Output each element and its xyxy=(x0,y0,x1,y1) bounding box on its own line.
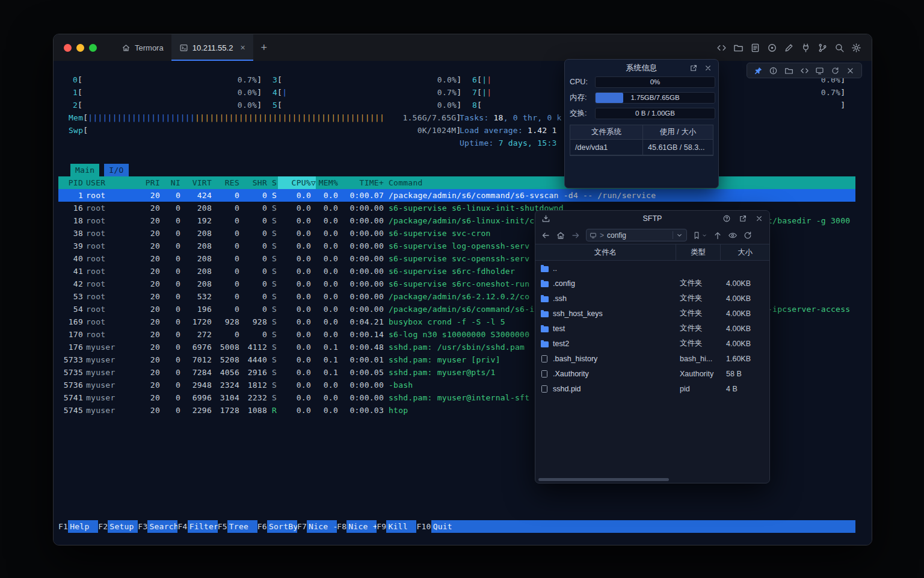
fkey-action-sortby[interactable]: SortBy xyxy=(267,520,297,533)
tab-termora[interactable]: Termora xyxy=(114,34,171,61)
file-size: 58 B xyxy=(721,370,769,378)
cpu-label: CPU: xyxy=(570,78,591,86)
file-name: .config xyxy=(553,279,575,288)
cpu-usage-row: CPU: 0% xyxy=(565,76,718,87)
refresh-button[interactable] xyxy=(743,231,753,240)
new-tab-button[interactable]: + xyxy=(253,34,276,61)
file-row[interactable]: .XauthorityXauthority58 B xyxy=(535,366,769,381)
record-icon[interactable] xyxy=(767,43,777,53)
home-button[interactable] xyxy=(556,231,565,240)
open-in-window-icon[interactable] xyxy=(689,64,698,72)
chevron-down-icon[interactable] xyxy=(673,231,683,239)
bookmark-button[interactable] xyxy=(692,231,707,240)
back-button[interactable] xyxy=(541,231,550,240)
file-name: ssh_host_keys xyxy=(553,309,603,318)
fkey-f9: F9 xyxy=(377,520,386,533)
fkey-bar-filler xyxy=(461,520,855,533)
help-icon[interactable] xyxy=(722,214,731,223)
monitor-icon[interactable] xyxy=(815,66,824,75)
function-key-bar: F1HelpF2SetupF3SearchF4FilterF5TreeF6Sor… xyxy=(58,520,855,533)
info-icon[interactable] xyxy=(769,66,778,75)
file-row[interactable]: .. xyxy=(535,261,769,276)
breadcrumb-separator: > xyxy=(600,231,604,240)
path-breadcrumb[interactable]: > config xyxy=(586,229,687,241)
code-icon[interactable] xyxy=(800,66,809,75)
fkey-action-kill[interactable]: Kill xyxy=(386,520,416,533)
code-icon[interactable] xyxy=(716,43,727,53)
plug-icon[interactable] xyxy=(801,43,811,53)
file-row[interactable]: .bash_historybash_hi...1.60KB xyxy=(535,351,769,366)
file-size: 4.00KB xyxy=(721,294,769,303)
branch-icon[interactable] xyxy=(818,43,828,53)
pin-icon[interactable] xyxy=(754,66,763,75)
fkey-action-filter[interactable]: Filter xyxy=(188,520,218,533)
close-icon[interactable] xyxy=(846,66,855,75)
folder-icon xyxy=(541,266,549,272)
swp-meter: Swp[0K/1024M] xyxy=(69,124,461,137)
fkey-f10: F10 xyxy=(416,520,431,533)
document-icon[interactable] xyxy=(750,43,760,53)
zoom-window-button[interactable] xyxy=(89,44,97,52)
fkey-action-search[interactable]: Search xyxy=(147,520,177,533)
cpu-meter-5: 5[0.0%] xyxy=(273,99,461,111)
filesystem-table-header: 文件系统 使用 / 大小 xyxy=(570,125,713,140)
fkey-f6: F6 xyxy=(257,520,267,533)
htop-tab-main[interactable]: Main xyxy=(70,164,99,176)
up-directory-button[interactable] xyxy=(713,231,722,240)
cpu-usage-bar: 0% xyxy=(595,76,715,88)
file-icon xyxy=(541,385,547,393)
minimize-window-button[interactable] xyxy=(76,44,84,52)
refresh-icon[interactable] xyxy=(831,66,840,75)
tab-ssh-session[interactable]: 10.211.55.2 × xyxy=(171,34,253,61)
fkey-f3: F3 xyxy=(138,520,147,533)
swap-label: 交换: xyxy=(570,108,591,119)
file-row[interactable]: test2文件夹4.00KB xyxy=(535,336,769,351)
fkey-action-setup[interactable]: Setup xyxy=(108,520,138,533)
settings-icon[interactable] xyxy=(851,43,861,53)
process-row[interactable]: 1root20042400S0.00.00:00.07/package/admi… xyxy=(58,189,855,202)
show-hidden-files-button[interactable] xyxy=(728,231,738,240)
fkey-action-nice[interactable]: Nice - xyxy=(307,520,337,533)
file-name: sshd.pid xyxy=(553,385,581,393)
file-type: 文件夹 xyxy=(676,323,721,334)
htop-tab-io[interactable]: I/O xyxy=(104,164,128,176)
file-type: 文件夹 xyxy=(676,338,721,349)
folder-icon xyxy=(541,341,549,347)
fkey-f1: F1 xyxy=(58,520,68,533)
open-in-window-icon[interactable] xyxy=(739,214,747,223)
file-row[interactable]: .config文件夹4.00KB xyxy=(535,276,769,291)
close-icon[interactable] xyxy=(755,214,763,223)
cpu-meter-1: 1[0.0%] xyxy=(73,86,262,99)
home-icon xyxy=(122,43,131,52)
file-type: 文件夹 xyxy=(676,293,721,303)
filesystem-row[interactable]: /dev/vda1 45.61GB / 58.3... xyxy=(570,140,713,155)
edit-icon[interactable] xyxy=(784,43,794,53)
filesystem-usage: 45.61GB / 58.3... xyxy=(643,140,713,155)
column-header-filename[interactable]: 文件名 xyxy=(535,244,676,260)
column-header-size[interactable]: 大小 xyxy=(721,244,769,260)
file-row[interactable]: sshd.pidpid4 B xyxy=(535,381,769,396)
close-icon[interactable] xyxy=(704,64,712,72)
fkey-action-help[interactable]: Help xyxy=(68,520,98,533)
fkey-action-tree[interactable]: Tree xyxy=(227,520,257,533)
memory-label: 内存: xyxy=(570,93,591,103)
mem-meter: Mem[||||||||||||||||||||||||||||||||||||… xyxy=(69,111,461,124)
folder-icon[interactable] xyxy=(784,66,793,75)
column-header-type[interactable]: 类型 xyxy=(676,244,721,260)
filesystem-table: 文件系统 使用 / 大小 /dev/vda1 45.61GB / 58.3... xyxy=(570,125,713,156)
file-type: bash_hi... xyxy=(676,355,721,363)
folder-icon[interactable] xyxy=(733,43,744,53)
search-icon[interactable] xyxy=(834,43,845,53)
close-window-button[interactable] xyxy=(64,44,72,52)
file-row[interactable]: .ssh文件夹4.00KB xyxy=(535,291,769,306)
cpu-meter-3: 3[0.0%] xyxy=(273,73,461,86)
fkey-action-quit[interactable]: Quit xyxy=(431,520,461,533)
tab-close-icon[interactable]: × xyxy=(240,43,245,52)
horizontal-scrollbar[interactable] xyxy=(538,478,669,481)
file-row[interactable]: ssh_host_keys文件夹4.00KB xyxy=(535,306,769,321)
file-row[interactable]: test文件夹4.00KB xyxy=(535,321,769,336)
sftp-titlebar: SFTP xyxy=(535,211,769,226)
fkey-action-nice[interactable]: Nice + xyxy=(346,520,377,533)
forward-button[interactable] xyxy=(571,231,581,240)
filesystem-name: /dev/vda1 xyxy=(570,140,643,155)
